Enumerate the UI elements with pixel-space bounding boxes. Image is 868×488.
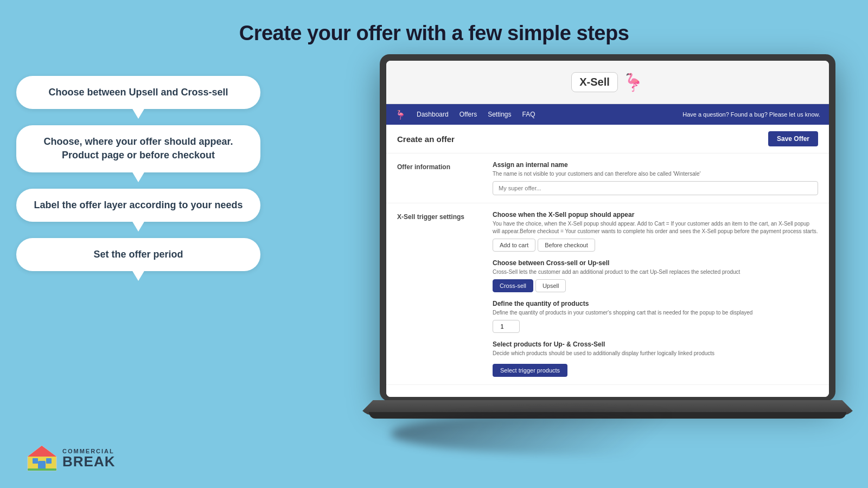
sell-type-subsection: Choose between Cross-sell or Up-sell Cro… [493,259,818,292]
content-title: Create an offer [397,134,455,144]
bubble-3: Label the offer layer according to your … [16,189,260,222]
assign-name-title: Assign an internal name [493,161,818,169]
sell-type-title: Choose between Cross-sell or Up-sell [493,259,818,267]
nav-left: 🦩 Dashboard Offers Settings FAQ [395,110,535,120]
bubble-4: Set the offer period [16,238,260,271]
trigger-settings-content: Choose when the X-Sell popup should appe… [493,211,818,377]
screen-inner: X-Sell 🦩 🦩 Dashboard Offers Settings FAQ… [386,61,829,397]
brand-house-icon [27,445,57,472]
popup-timing-desc: You have the choice, when the X-Sell pop… [493,220,818,235]
trigger-settings-label: X-Sell trigger settings [397,211,484,377]
nav-faq[interactable]: FAQ [522,111,535,118]
page-title: Create your offer with a few simple step… [0,0,868,45]
offer-info-label: Offer information [397,161,484,195]
bubble-2: Choose, where your offer should appear. … [16,125,260,172]
add-to-cart-button[interactable]: Add to cart [493,239,535,252]
nav-offers[interactable]: Offers [459,111,477,118]
svg-rect-4 [33,458,38,464]
nav-support: Have a question? Found a bug? Please let… [682,111,820,118]
nav-dashboard[interactable]: Dashboard [417,111,449,118]
content-header: Create an offer Save Offer [386,125,829,153]
quantity-subsection: Define the quantity of products Define t… [493,300,818,333]
quantity-input[interactable] [493,320,520,333]
save-offer-button[interactable]: Save Offer [768,131,818,146]
before-checkout-button[interactable]: Before checkout [538,239,595,252]
bubble-1: Choose between Upsell and Cross-sell [16,76,260,109]
trigger-products-desc: Decide which products should be used to … [493,350,818,357]
nav-logo-small: 🦩 [395,110,406,120]
xsell-logo: X-Sell 🦩 [571,72,644,93]
logo-box: X-Sell [571,72,618,92]
svg-rect-3 [46,458,52,464]
svg-marker-1 [28,446,56,457]
offer-information-section: Offer information Assign an internal nam… [386,153,829,203]
quantity-title: Define the quantity of products [493,300,818,307]
quantity-desc: Define the quantity of products in your … [493,309,818,317]
trigger-products-subsection: Select products for Up- & Cross-Sell Dec… [493,341,818,377]
offer-name-input[interactable] [493,181,818,195]
sell-type-desc: Cross-Sell lets the customer add an addi… [493,268,818,276]
bubbles-container: Choose between Upsell and Cross-sell Cho… [16,76,260,271]
screen-content: Create an offer Save Offer Offer informa… [386,125,829,397]
sell-type-buttons: Cross-sell Upsell [493,279,818,292]
assign-name-desc: The name is not visible to your customer… [493,170,818,178]
flamingo-icon: 🦩 [622,72,644,93]
select-trigger-products-button[interactable]: Select trigger products [493,364,567,377]
svg-rect-5 [28,468,56,471]
popup-timing-buttons: Add to cart Before checkout [493,239,818,252]
nav-settings[interactable]: Settings [488,111,511,118]
offer-info-content: Assign an internal name The name is not … [493,161,818,195]
popup-timing-title: Choose when the X-Sell popup should appe… [493,211,818,219]
screen-header: X-Sell 🦩 [386,61,829,104]
brand-text: COMMERCIAL BREAK [62,448,115,468]
brand-break: BREAK [62,454,115,468]
upsell-button[interactable]: Upsell [535,279,566,292]
cross-sell-button[interactable]: Cross-sell [493,279,533,292]
trigger-settings-section: X-Sell trigger settings Choose when the … [386,203,829,385]
nav-bar: 🦩 Dashboard Offers Settings FAQ Have a q… [386,104,829,125]
laptop-shadow [391,412,825,455]
brand-logo: COMMERCIAL BREAK [27,445,115,472]
laptop-screen: X-Sell 🦩 🦩 Dashboard Offers Settings FAQ… [380,54,835,401]
laptop-wrapper: X-Sell 🦩 🦩 Dashboard Offers Settings FAQ… [380,54,852,466]
trigger-products-title: Select products for Up- & Cross-Sell [493,341,818,348]
